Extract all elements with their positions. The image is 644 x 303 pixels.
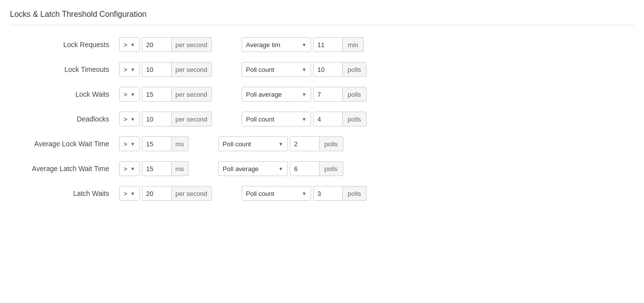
- threshold-input-lock-timeouts[interactable]: [142, 62, 172, 77]
- threshold-input-group-lock-timeouts: per second: [142, 62, 212, 77]
- threshold-input-group-lock-waits: per second: [142, 87, 212, 102]
- right-type-arrow-deadlocks: ▼: [302, 117, 307, 122]
- right-type-value-deadlocks: Poll count: [246, 116, 274, 123]
- right-type-select-lock-waits[interactable]: Poll average ▼: [242, 87, 311, 102]
- operator-arrow-latch-waits: ▼: [130, 191, 135, 196]
- right-type-value-lock-timeouts: Poll count: [246, 66, 274, 73]
- right-group-deadlocks: Poll count ▼ polls: [242, 112, 367, 126]
- threshold-input-group-lock-requests: per second: [142, 37, 212, 52]
- threshold-input-latch-waits[interactable]: [142, 186, 172, 201]
- right-value-input-avg-latch-wait-time[interactable]: [290, 161, 320, 176]
- row-label-avg-lock-wait-time: Average Lock Wait Time: [10, 140, 119, 148]
- operator-arrow-avg-latch-wait-time: ▼: [130, 166, 135, 172]
- right-group-avg-latch-wait-time: Poll average ▼ polls: [218, 161, 343, 176]
- row-label-lock-waits: Lock Waits: [10, 90, 119, 98]
- right-unit-lock-requests: min: [343, 37, 364, 52]
- right-type-arrow-avg-lock-wait-time: ▼: [278, 141, 283, 147]
- operator-select-avg-latch-wait-time[interactable]: > ▼: [119, 161, 140, 176]
- right-type-value-avg-latch-wait-time: Poll average: [223, 165, 258, 173]
- operator-value-avg-latch-wait-time: >: [124, 165, 128, 173]
- right-type-select-lock-requests[interactable]: Average tim ▼: [242, 37, 311, 52]
- threshold-unit-lock-timeouts: per second: [172, 62, 212, 77]
- threshold-input-group-avg-latch-wait-time: ms: [142, 161, 189, 176]
- operator-arrow-deadlocks: ▼: [130, 117, 135, 122]
- right-unit-deadlocks: polls: [343, 112, 367, 126]
- operator-select-lock-requests[interactable]: > ▼: [119, 37, 140, 52]
- config-row-avg-latch-wait-time: Average Latch Wait Time > ▼ ms Poll aver…: [10, 161, 634, 176]
- operator-select-lock-timeouts[interactable]: > ▼: [119, 62, 140, 77]
- threshold-unit-deadlocks: per second: [172, 112, 212, 126]
- right-type-arrow-avg-latch-wait-time: ▼: [278, 166, 283, 172]
- right-type-select-latch-waits[interactable]: Poll count ▼: [242, 186, 311, 201]
- operator-value-avg-lock-wait-time: >: [124, 140, 128, 148]
- threshold-input-deadlocks[interactable]: [142, 112, 172, 126]
- threshold-input-avg-latch-wait-time[interactable]: [142, 161, 172, 176]
- right-type-value-latch-waits: Poll count: [246, 190, 274, 197]
- right-value-input-avg-lock-wait-time[interactable]: [290, 136, 320, 151]
- operator-select-latch-waits[interactable]: > ▼: [119, 186, 140, 201]
- threshold-unit-avg-latch-wait-time: ms: [172, 161, 189, 176]
- threshold-unit-avg-lock-wait-time: ms: [172, 136, 189, 151]
- right-value-input-deadlocks[interactable]: [313, 112, 343, 126]
- right-type-arrow-latch-waits: ▼: [302, 191, 307, 196]
- config-row-lock-timeouts: Lock Timeouts > ▼ per second Poll count …: [10, 62, 634, 77]
- right-type-arrow-lock-timeouts: ▼: [302, 67, 307, 72]
- config-row-lock-waits: Lock Waits > ▼ per second Poll average ▼…: [10, 87, 634, 102]
- condition-group-lock-timeouts: > ▼ per second: [119, 62, 212, 77]
- threshold-unit-latch-waits: per second: [172, 186, 212, 201]
- threshold-unit-lock-requests: per second: [172, 37, 212, 52]
- right-group-avg-lock-wait-time: Poll count ▼ polls: [218, 136, 343, 151]
- operator-value-lock-requests: >: [124, 41, 128, 49]
- right-type-value-lock-waits: Poll average: [246, 91, 282, 98]
- right-value-input-latch-waits[interactable]: [313, 186, 343, 201]
- operator-value-deadlocks: >: [124, 116, 128, 123]
- threshold-input-lock-waits[interactable]: [142, 87, 172, 102]
- right-type-select-deadlocks[interactable]: Poll count ▼: [242, 112, 311, 126]
- threshold-unit-lock-waits: per second: [172, 87, 212, 102]
- operator-value-lock-timeouts: >: [124, 66, 128, 73]
- operator-arrow-avg-lock-wait-time: ▼: [130, 141, 135, 147]
- row-label-lock-requests: Lock Requests: [10, 41, 119, 49]
- right-type-arrow-lock-requests: ▼: [302, 42, 307, 48]
- right-type-arrow-lock-waits: ▼: [302, 92, 307, 97]
- operator-value-lock-waits: >: [124, 91, 128, 98]
- operator-arrow-lock-timeouts: ▼: [130, 67, 135, 72]
- row-label-latch-waits: Latch Waits: [10, 189, 119, 197]
- condition-group-latch-waits: > ▼ per second: [119, 186, 212, 201]
- right-unit-lock-waits: polls: [343, 87, 367, 102]
- right-group-lock-waits: Poll average ▼ polls: [242, 87, 367, 102]
- right-unit-lock-timeouts: polls: [343, 62, 367, 77]
- operator-select-lock-waits[interactable]: > ▼: [119, 87, 140, 102]
- right-type-select-avg-latch-wait-time[interactable]: Poll average ▼: [218, 161, 288, 176]
- right-unit-latch-waits: polls: [343, 186, 367, 201]
- right-value-input-lock-requests[interactable]: [313, 37, 343, 52]
- config-table: Lock Requests > ▼ per second Average tim…: [10, 37, 634, 201]
- right-value-input-lock-waits[interactable]: [313, 87, 343, 102]
- config-row-latch-waits: Latch Waits > ▼ per second Poll count ▼ …: [10, 186, 634, 201]
- threshold-input-group-latch-waits: per second: [142, 186, 212, 201]
- operator-arrow-lock-waits: ▼: [130, 92, 135, 97]
- row-label-deadlocks: Deadlocks: [10, 115, 119, 123]
- right-type-select-avg-lock-wait-time[interactable]: Poll count ▼: [218, 136, 288, 151]
- threshold-input-avg-lock-wait-time[interactable]: [142, 136, 172, 151]
- page-title: Locks & Latch Threshold Configuration: [10, 10, 634, 25]
- right-value-input-lock-timeouts[interactable]: [313, 62, 343, 77]
- operator-select-deadlocks[interactable]: > ▼: [119, 112, 140, 126]
- right-unit-avg-latch-wait-time: polls: [320, 161, 343, 176]
- right-unit-avg-lock-wait-time: polls: [320, 136, 343, 151]
- operator-arrow-lock-requests: ▼: [130, 42, 135, 48]
- condition-group-lock-waits: > ▼ per second: [119, 87, 212, 102]
- threshold-input-group-deadlocks: per second: [142, 112, 212, 126]
- right-type-value-lock-requests: Average tim: [246, 41, 280, 49]
- right-type-select-lock-timeouts[interactable]: Poll count ▼: [242, 62, 311, 77]
- operator-select-avg-lock-wait-time[interactable]: > ▼: [119, 136, 140, 151]
- threshold-input-lock-requests[interactable]: [142, 37, 172, 52]
- condition-group-avg-lock-wait-time: > ▼ ms: [119, 136, 189, 151]
- right-group-latch-waits: Poll count ▼ polls: [242, 186, 367, 201]
- config-row-lock-requests: Lock Requests > ▼ per second Average tim…: [10, 37, 634, 52]
- right-group-lock-timeouts: Poll count ▼ polls: [242, 62, 367, 77]
- threshold-input-group-avg-lock-wait-time: ms: [142, 136, 189, 151]
- config-row-deadlocks: Deadlocks > ▼ per second Poll count ▼ po…: [10, 112, 634, 126]
- condition-group-deadlocks: > ▼ per second: [119, 112, 212, 126]
- right-group-lock-requests: Average tim ▼ min: [242, 37, 364, 52]
